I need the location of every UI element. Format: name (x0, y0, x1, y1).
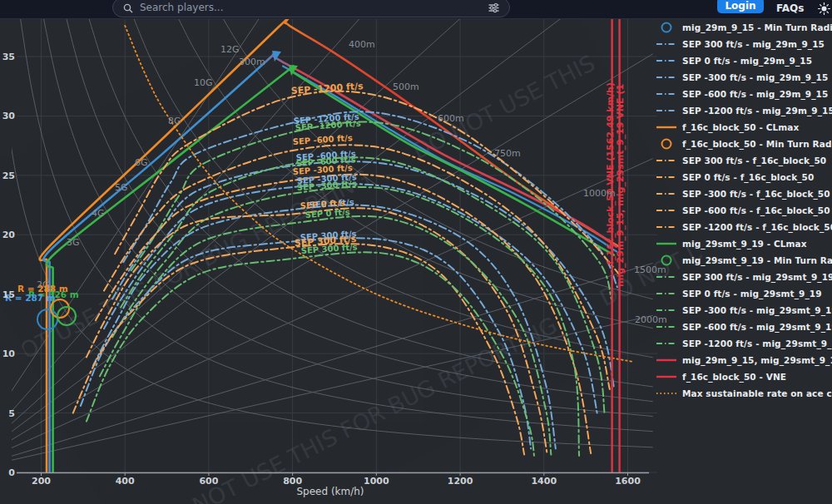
curve-sep_-300_mig29m (104, 184, 597, 415)
svg-text:12G: 12G (220, 44, 240, 55)
legend-swatch-icon (656, 354, 677, 366)
legend-item[interactable]: SEP -300 ft/s - mig_29smt_9_19 (656, 302, 832, 319)
svg-text:4G: 4G (92, 208, 105, 219)
legend-item-label: SEP 0 ft/s - mig_29m_9_15 (682, 56, 812, 66)
legend-item-label: SEP 300 ft/s - f_16c_block_50 (682, 156, 826, 166)
y-axis-ticks: 05101520253035 (2, 52, 16, 478)
svg-text:DO NOT USE THIS FOR BUG REPORT: DO NOT USE THIS FOR BUG REPORTING (0, 165, 374, 391)
svg-text:15: 15 (2, 289, 15, 300)
legend-item-label: SEP -1200 ft/s - mig_29m_9_15 (682, 106, 832, 116)
svg-text:8G: 8G (168, 116, 181, 126)
legend-swatch-icon (656, 88, 677, 100)
svg-text:3G: 3G (67, 237, 80, 248)
legend-swatch-icon (656, 105, 677, 116)
legend-item[interactable]: SEP -300 ft/s - mig_29m_9_15 (656, 69, 832, 86)
legend-item-label: Max sustainable rate on ace crew (7.5G) (682, 388, 832, 398)
legend-item[interactable]: SEP -300 ft/s - f_16c_block_50 (656, 185, 832, 202)
svg-text:750m: 750m (494, 148, 521, 159)
search-box[interactable] (112, 0, 510, 17)
legend-item[interactable]: mig_29m_9_15, mig_29smt_9_19 - VNE (656, 352, 832, 368)
legend-item[interactable]: f_16c_block_50 - Min Turn Radius (656, 136, 832, 152)
search-input[interactable] (133, 2, 488, 13)
svg-text:300m: 300m (239, 57, 265, 67)
legend-item[interactable]: f_16c_block_50 - VNE (656, 368, 832, 385)
legend-swatch-icon (656, 72, 677, 83)
svg-text:35: 35 (2, 52, 15, 62)
legend-swatch-icon (656, 388, 677, 399)
legend-swatch-icon (656, 221, 677, 233)
svg-text:1200: 1200 (448, 476, 473, 487)
legend-item[interactable]: mig_29m_9_15 - Min Turn Radius (656, 19, 832, 36)
curve-sep_-600_smt (121, 157, 605, 415)
legend-item-label: SEP -600 ft/s - mig_29m_9_15 (682, 89, 828, 99)
legend-swatch-icon (656, 205, 677, 216)
top-bar: Login FAQs (0, 0, 832, 19)
legend-swatch-icon (656, 338, 677, 349)
legend-item[interactable]: f_16c_block_50 - CLmax (656, 119, 832, 136)
legend-item[interactable]: SEP 0 ft/s - mig_29smt_9_19 (656, 285, 832, 302)
login-button[interactable]: Login (717, 0, 764, 13)
legend-item-label: SEP -600 ft/s - f_16c_block_50 (682, 205, 830, 215)
legend-swatch-icon (656, 38, 677, 50)
legend-item[interactable]: SEP -600 ft/s - mig_29m_9_15 (656, 86, 832, 102)
legend-swatch-icon (656, 371, 677, 383)
legend-swatch-icon (656, 171, 677, 183)
svg-text:mig_29m_9_15, mig_29smt_9_19 V: mig_29m_9_15, mig_29smt_9_19 VNE (1 (615, 84, 626, 287)
legend-item[interactable]: SEP -600 ft/s - f_16c_block_50 (656, 202, 832, 219)
svg-text:5G: 5G (115, 182, 128, 193)
legend-item[interactable]: SEP -1200 ft/s - mig_29smt_9_19 (656, 335, 832, 352)
legend-item-label: f_16c_block_50 - CLmax (682, 122, 799, 132)
legend-swatch-icon (656, 288, 677, 299)
legend-item[interactable]: Max sustainable rate on ace crew (7.5G) (656, 385, 832, 402)
search-icon (123, 3, 133, 13)
filter-sliders-icon[interactable] (488, 2, 499, 13)
chart-legend: mig_29m_9_15 - Min Turn RadiusSEP 300 ft… (656, 19, 832, 402)
curve-sep_300_mig29m (81, 238, 531, 448)
svg-text:400m: 400m (349, 39, 375, 50)
legend-swatch-icon (656, 254, 677, 266)
legend-item[interactable]: SEP 0 ft/s - mig_29m_9_15 (656, 52, 832, 69)
legend-item-label: SEP -300 ft/s - f_16c_block_50 (682, 189, 830, 199)
svg-text:1600: 1600 (615, 476, 641, 487)
legend-item[interactable]: SEP 300 ft/s - mig_29smt_9_19 (656, 269, 832, 285)
svg-text:1400: 1400 (531, 476, 557, 487)
legend-swatch-icon (656, 271, 677, 283)
legend-item-label: f_16c_block_50 - VNE (682, 372, 786, 382)
svg-text:20: 20 (2, 230, 16, 240)
svg-text:0: 0 (8, 467, 15, 478)
legend-item-label: f_16c_block_50 - Min Turn Radius (682, 139, 832, 149)
legend-item-label: mig_29m_9_15, mig_29smt_9_19 - VNE (682, 355, 832, 365)
svg-text:30: 30 (2, 111, 16, 121)
vne-lines: f_16c_block_50 VNE (1562.49 km/h)mig_29m… (605, 18, 626, 472)
legend-item[interactable]: mig_29smt_9_19 - Min Turn Radius (656, 252, 832, 269)
legend-swatch-icon (656, 304, 677, 316)
svg-text:5: 5 (8, 408, 15, 419)
svg-text:200: 200 (32, 476, 51, 487)
legend-item[interactable]: mig_29smt_9_19 - CLmax (656, 235, 832, 252)
legend-swatch-icon (656, 238, 677, 250)
legend-swatch-icon (656, 22, 677, 33)
svg-text:25: 25 (2, 170, 15, 181)
legend-item-label: mig_29smt_9_19 - CLmax (682, 239, 807, 249)
legend-item-label: SEP -1200 ft/s - mig_29smt_9_19 (682, 338, 832, 348)
legend-item[interactable]: SEP -600 ft/s - mig_29smt_9_19 (656, 319, 832, 335)
legend-item-label: SEP 300 ft/s - mig_29m_9_15 (682, 39, 825, 49)
legend-item-label: SEP 300 ft/s - mig_29smt_9_19 (682, 272, 832, 282)
legend-item-label: SEP 0 ft/s - f_16c_block_50 (682, 172, 814, 182)
theme-sun-icon[interactable] (818, 2, 830, 15)
legend-item[interactable]: SEP 300 ft/s - mig_29m_9_15 (656, 36, 832, 52)
legend-item-label: SEP -600 ft/s - mig_29smt_9_19 (682, 322, 832, 332)
app-root: { "header": { "search_placeholder": "Sea… (0, 0, 832, 504)
svg-text:1000m: 1000m (583, 188, 616, 199)
faqs-link[interactable]: FAQs (776, 2, 804, 14)
legend-swatch-icon (656, 121, 677, 133)
legend-item[interactable]: SEP -1200 ft/s - f_16c_block_50 (656, 219, 832, 235)
legend-item[interactable]: SEP 0 ft/s - f_16c_block_50 (656, 169, 832, 185)
svg-text:10: 10 (2, 348, 16, 359)
legend-swatch-icon (656, 55, 677, 67)
legend-item-label: SEP -1200 ft/s - f_16c_block_50 (682, 222, 832, 232)
legend-item-label: mig_29m_9_15 - Min Turn Radius (682, 22, 832, 32)
legend-item[interactable]: SEP -1200 ft/s - mig_29m_9_15 (656, 102, 832, 119)
legend-item[interactable]: SEP 300 ft/s - f_16c_block_50 (656, 152, 832, 169)
legend-swatch-icon (656, 321, 677, 333)
